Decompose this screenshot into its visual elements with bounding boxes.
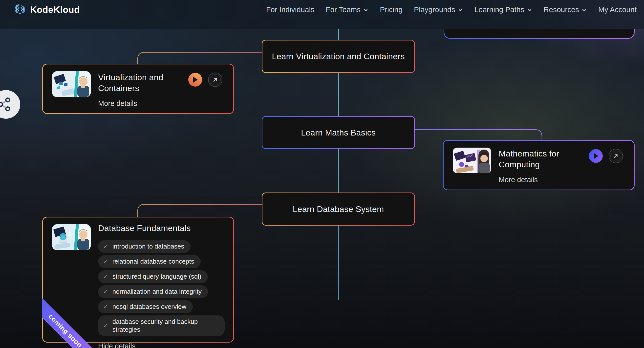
- nav-for-teams[interactable]: For Teams: [326, 5, 368, 14]
- check-icon: ✓: [103, 303, 108, 311]
- topic-pill: ✓ introduction to databases: [98, 240, 190, 253]
- course-thumbnail-virtualization: [52, 71, 91, 97]
- chevron-down-icon: [363, 7, 368, 13]
- play-icon: [192, 76, 198, 83]
- course-title: Mathematics for Computing: [499, 148, 559, 170]
- external-link-arrow-icon: [212, 76, 218, 83]
- roadmap-node-partial-top[interactable]: [444, 29, 634, 39]
- play-course-button[interactable]: [188, 73, 202, 87]
- learning-path-page: { "navbar": { "brand": "KodeKloud", "ite…: [0, 0, 644, 348]
- check-icon: ✓: [103, 258, 108, 265]
- course-thumbnail-mathematics: [453, 148, 491, 173]
- hide-details-link[interactable]: Hide details: [98, 342, 136, 348]
- kodekloud-cloud-icon: [14, 3, 26, 17]
- course-title: Database Fundamentals: [98, 223, 225, 233]
- course-card-mathematics: Mathematics for Computing More details: [443, 140, 634, 190]
- open-course-button[interactable]: [208, 73, 222, 87]
- more-details-link[interactable]: More details: [499, 176, 538, 184]
- topic-pill: ✓ relational database concepts: [98, 255, 201, 268]
- course-card-virtualization: Virtualization and Containers More detai…: [42, 64, 234, 114]
- course-card-database: Database Fundamentals ✓ introduction to …: [42, 217, 234, 343]
- external-link-arrow-icon: [612, 153, 619, 159]
- connector-virtualization: [138, 52, 262, 64]
- open-course-button[interactable]: [609, 149, 623, 163]
- roadmap-node-virtualization[interactable]: Learn Virtualization and Containers: [262, 40, 415, 73]
- nav-playgrounds[interactable]: Playgrounds: [414, 5, 463, 14]
- nav-resources[interactable]: Resources: [544, 5, 587, 14]
- check-icon: ✓: [103, 243, 108, 250]
- more-details-link[interactable]: More details: [98, 99, 137, 108]
- topic-list: ✓ introduction to databases ✓ relational…: [98, 240, 225, 336]
- nav-links: For Individuals For Teams Pricing Playgr…: [266, 0, 636, 19]
- top-navbar: KodeKloud For Individuals For Teams Pric…: [0, 0, 644, 29]
- card-actions: [188, 73, 222, 87]
- course-thumbnail-database: [52, 224, 91, 250]
- connector-database: [138, 204, 262, 217]
- topic-pill: ✓ nosql databases overview: [98, 300, 193, 313]
- chevron-down-icon: [582, 7, 587, 13]
- nav-my-account[interactable]: My Account: [598, 5, 636, 14]
- topic-pill: ✓ structured query language (sql): [98, 270, 208, 283]
- check-icon: ✓: [103, 273, 108, 280]
- roadmap-node-database[interactable]: Learn Database System: [262, 192, 415, 226]
- check-icon: ✓: [103, 288, 108, 295]
- check-icon: ✓: [103, 322, 108, 330]
- share-roadmap-button[interactable]: [0, 90, 20, 119]
- nav-for-individuals[interactable]: For Individuals: [266, 5, 314, 14]
- card-actions: [589, 149, 623, 163]
- chevron-down-icon: [458, 7, 463, 13]
- play-icon: [593, 153, 598, 159]
- share-graph-icon: [0, 90, 20, 119]
- course-title: Virtualization and Containers: [98, 72, 163, 94]
- roadmap-node-maths[interactable]: Learn Maths Basics: [262, 116, 415, 149]
- connector-maths: [415, 130, 542, 140]
- chevron-down-icon: [527, 7, 532, 13]
- nav-learning-paths[interactable]: Learning Paths: [474, 5, 532, 14]
- brand-name: KodeKloud: [30, 5, 80, 15]
- topic-pill: ✓ normalization and data integrity: [98, 285, 208, 298]
- course-details: Database Fundamentals ✓ introduction to …: [98, 223, 225, 348]
- nav-pricing[interactable]: Pricing: [380, 5, 402, 14]
- play-course-button[interactable]: [589, 149, 603, 163]
- kodekloud-logo[interactable]: KodeKloud: [14, 2, 80, 18]
- topic-pill: ✓ database security and backup strategie…: [98, 315, 225, 336]
